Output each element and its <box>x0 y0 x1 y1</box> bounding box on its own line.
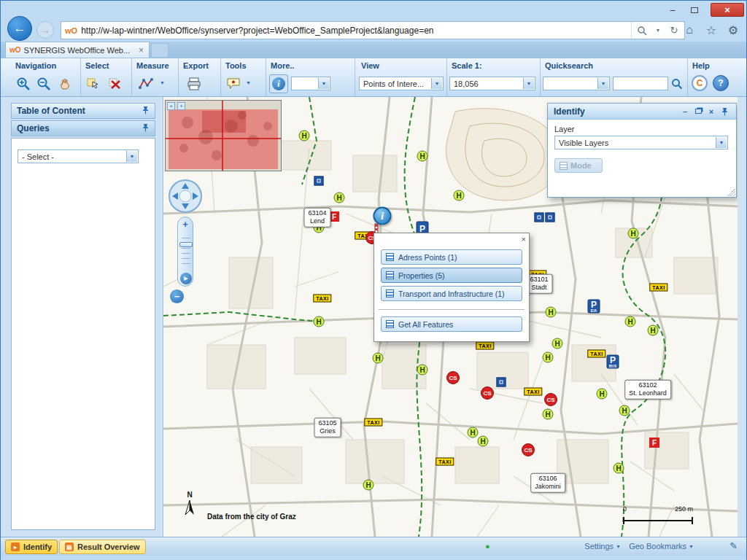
popup-item-1[interactable]: Properties (5) <box>381 268 522 283</box>
zoom-slider-handle[interactable] <box>179 242 193 247</box>
panel-resize-grip[interactable] <box>727 188 735 196</box>
tab-close-icon[interactable]: × <box>137 45 145 55</box>
favorites-star-icon[interactable]: ☆ <box>703 21 720 39</box>
queries-header[interactable]: Queries <box>11 120 155 136</box>
pharmacy-marker[interactable]: H <box>648 325 659 336</box>
view-select[interactable]: Points of Intere... ▼ <box>359 77 444 90</box>
poi-marker[interactable] <box>314 176 324 186</box>
forward-button[interactable]: → <box>36 21 54 39</box>
pharmacy-marker[interactable]: H <box>314 316 325 327</box>
pan-compass[interactable] <box>168 179 203 217</box>
popup-close-icon[interactable]: × <box>522 235 526 244</box>
toc-header[interactable]: Table of Content <box>11 103 155 119</box>
zoom-in-button[interactable] <box>14 74 33 93</box>
pin-icon[interactable] <box>142 106 150 117</box>
quicksearch-input[interactable] <box>613 77 668 90</box>
mode-button[interactable]: Mode <box>554 158 603 173</box>
contact-button[interactable]: C <box>692 75 708 91</box>
fuel-station-marker[interactable]: CS <box>544 393 557 406</box>
search-icon[interactable] <box>635 23 649 38</box>
window-minimize-button[interactable]: – <box>662 3 684 17</box>
window-maximize-button[interactable] <box>684 3 705 17</box>
pharmacy-marker[interactable]: H <box>543 352 554 363</box>
popup-item-2[interactable]: Transport and Infrastructure (1) <box>381 286 522 301</box>
pin-icon[interactable] <box>142 123 150 134</box>
identify-panel-header[interactable]: Identify – × <box>548 104 736 120</box>
select-features-button[interactable] <box>84 74 103 93</box>
pharmacy-marker[interactable]: H <box>543 409 554 420</box>
pharmacy-marker[interactable]: H <box>468 427 479 438</box>
pharmacy-marker[interactable]: H <box>363 480 374 491</box>
panel-minimize-icon[interactable]: – <box>679 106 691 117</box>
pharmacy-marker[interactable]: H <box>299 131 310 141</box>
poi-marker[interactable] <box>497 378 506 387</box>
url-dropdown-icon[interactable]: ▼ <box>651 23 665 38</box>
refresh-icon[interactable]: ↻ <box>667 23 681 38</box>
zoom-slider[interactable]: + ▶ <box>177 217 193 287</box>
taxi-marker[interactable]: TAXI <box>436 458 454 466</box>
layer-select[interactable]: Visible Layers ▼ <box>554 136 728 149</box>
edit-pencil-icon[interactable]: ✎ <box>729 540 738 551</box>
panel-close-icon[interactable]: × <box>705 106 717 117</box>
pharmacy-marker[interactable]: H <box>334 192 345 203</box>
result-overview-tab[interactable]: ▤ Result Overview <box>59 540 146 554</box>
map-canvas[interactable]: HHHHHHHHHHHHHHHHHHHHHHTAXITAXITAXITAXITA… <box>163 97 738 537</box>
overview-move-icon[interactable]: + <box>177 102 185 110</box>
url-field[interactable]: wO http://w-lap-wintner/WebOffice/synser… <box>61 21 685 39</box>
pharmacy-marker[interactable]: H <box>454 190 465 201</box>
fuel-station-marker[interactable]: CS <box>481 386 494 400</box>
overview-close-icon[interactable]: × <box>167 102 175 110</box>
pharmacy-marker[interactable]: H <box>478 436 489 447</box>
poi-marker[interactable] <box>546 213 555 222</box>
parking-marker[interactable]: PBUS <box>607 355 619 369</box>
taxi-marker[interactable]: TAXI <box>476 342 494 350</box>
taxi-marker[interactable]: TAXI <box>524 388 542 396</box>
clear-selection-button[interactable] <box>106 74 125 93</box>
tools-dropdown-icon[interactable]: ▼ <box>246 80 251 85</box>
get-all-features-button[interactable]: Get All Features <box>381 316 522 332</box>
fuel-station-marker[interactable]: CS <box>522 443 535 456</box>
taxi-marker[interactable]: TAXI <box>587 350 605 358</box>
settings-menu[interactable]: Settings ▼ <box>584 542 621 551</box>
parking-marker[interactable]: PE/A <box>588 300 600 314</box>
pharmacy-marker[interactable]: H <box>546 307 557 318</box>
home-icon[interactable]: ⌂ <box>681 21 698 39</box>
pharmacy-marker[interactable]: H <box>597 389 608 400</box>
scale-select[interactable]: 18,056 ▼ <box>449 77 535 90</box>
measure-button[interactable] <box>136 74 155 93</box>
zoom-in-icon[interactable]: + <box>178 219 193 230</box>
zoom-out-icon[interactable]: − <box>170 289 184 303</box>
tools-balloon-button[interactable] <box>224 74 243 93</box>
pharmacy-marker[interactable]: H <box>619 405 630 416</box>
panel-restore-icon[interactable] <box>692 106 704 117</box>
print-button[interactable] <box>185 74 204 93</box>
back-button[interactable]: ← <box>7 16 32 41</box>
browser-tab[interactable]: wO SYNERGIS WebOffice Web... × <box>5 42 150 58</box>
more-tools-select[interactable]: ▼ <box>291 77 330 90</box>
popup-item-0[interactable]: Adress Points (1) <box>381 249 522 265</box>
geo-bookmarks-menu[interactable]: Geo Bookmarks ▼ <box>629 542 694 551</box>
pharmacy-marker[interactable]: H <box>552 338 563 349</box>
quicksearch-select[interactable]: ▼ <box>543 77 610 90</box>
poi-marker[interactable] <box>535 213 544 222</box>
taxi-marker[interactable]: TAXI <box>313 295 331 303</box>
zoom-out-button[interactable] <box>34 74 53 93</box>
fuel-station-marker[interactable]: CS <box>446 371 460 384</box>
window-close-button[interactable]: × <box>711 3 744 17</box>
quicksearch-button[interactable] <box>669 76 684 91</box>
identify-info-marker[interactable]: i <box>374 207 392 225</box>
fire-station-marker[interactable]: F <box>649 438 659 448</box>
pin-icon[interactable] <box>719 106 730 117</box>
overview-map[interactable]: × + <box>165 100 282 171</box>
zoom-play-icon[interactable]: ▶ <box>180 273 192 284</box>
help-button[interactable]: ? <box>713 75 729 91</box>
pharmacy-marker[interactable]: H <box>614 463 624 474</box>
measure-dropdown-icon[interactable]: ▼ <box>160 80 165 85</box>
query-select[interactable]: - Select - ▼ <box>18 149 139 163</box>
pharmacy-marker[interactable]: H <box>373 353 384 364</box>
identify-tab[interactable]: ▸ Identify <box>5 540 58 554</box>
taxi-marker[interactable]: TAXI <box>364 419 382 427</box>
new-tab-button[interactable] <box>151 43 169 58</box>
identify-tool-button[interactable]: i <box>269 74 288 93</box>
pharmacy-marker[interactable]: H <box>417 151 428 162</box>
